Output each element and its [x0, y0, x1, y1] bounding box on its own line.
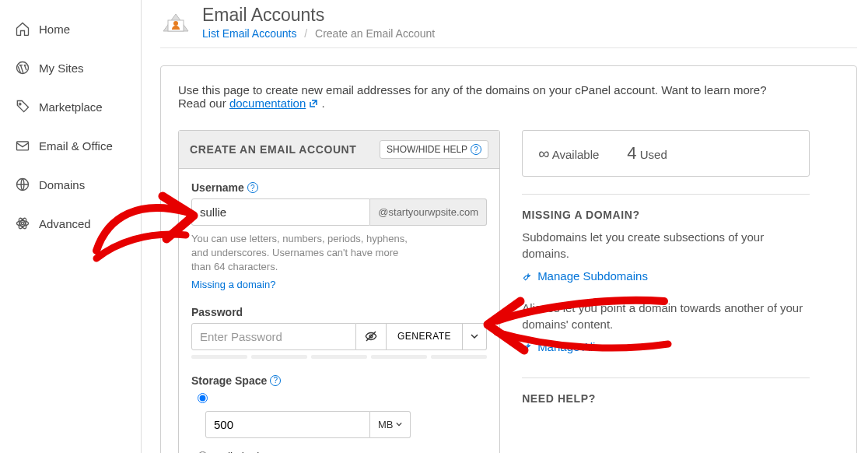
breadcrumb: List Email Accounts / Create an Email Ac…	[202, 27, 435, 40]
email-accounts-icon	[160, 6, 191, 37]
sidebar: Home My Sites Marketplace Email & Office…	[0, 0, 142, 453]
help-toggle-label: SHOW/HIDE HELP	[387, 144, 467, 155]
manage-aliases-link[interactable]: Manage Aliases	[522, 340, 620, 353]
caret-down-icon	[396, 421, 402, 427]
help-icon[interactable]: ?	[247, 182, 258, 193]
password-strength	[191, 355, 487, 359]
intro-text: Use this page to create new email addres…	[178, 83, 785, 110]
help-icon: ?	[471, 144, 481, 155]
help-icon[interactable]: ?	[270, 375, 281, 386]
storage-unit-label: MB	[378, 419, 394, 430]
main-content: Email Accounts List Email Accounts / Cre…	[142, 0, 868, 453]
card-title: CREATE AN EMAIL ACCOUNT	[190, 143, 356, 156]
breadcrumb-current: Create an Email Account	[315, 27, 435, 40]
sidebar-item-label: Advanced	[39, 217, 91, 230]
manage-subdomains-link[interactable]: Manage Subdomains	[522, 269, 648, 283]
sidebar-item-domains[interactable]: Domains	[0, 165, 141, 204]
generate-button[interactable]: GENERATE	[387, 323, 463, 350]
storage-unit-select[interactable]: MB	[370, 411, 411, 438]
infinity-icon: ∞	[538, 145, 549, 162]
storage-fixed-radio[interactable]	[198, 393, 208, 403]
sidebar-item-marketplace[interactable]: Marketplace	[0, 87, 141, 126]
username-help: You can use letters, numbers, periods, h…	[191, 232, 409, 275]
external-link-icon	[309, 97, 318, 107]
alias-help: Aliases let you point a domain towards a…	[522, 300, 810, 332]
sidebar-item-mysites[interactable]: My Sites	[0, 48, 141, 87]
used-count: 4	[627, 143, 636, 163]
username-input[interactable]	[191, 198, 370, 226]
svg-point-4	[21, 222, 23, 224]
svg-point-1	[19, 103, 21, 105]
intro-post: .	[318, 97, 324, 110]
page-title: Email Accounts	[202, 5, 435, 26]
show-hide-help-button[interactable]: SHOW/HIDE HELP ?	[380, 140, 488, 159]
breadcrumb-sep: /	[304, 27, 307, 40]
missing-domain-link[interactable]: Missing a domain?	[191, 279, 275, 290]
used-label: Used	[640, 148, 667, 161]
breadcrumb-list-link[interactable]: List Email Accounts	[202, 27, 296, 40]
home-icon	[14, 20, 31, 37]
stats-box: ∞ Available 4 Used	[522, 130, 810, 177]
documentation-link[interactable]: documentation	[229, 97, 306, 110]
wordpress-icon	[14, 59, 31, 76]
password-input[interactable]	[191, 323, 356, 350]
need-help-heading: NEED HELP?	[522, 378, 810, 405]
mail-icon	[14, 137, 31, 154]
wrench-icon	[522, 271, 533, 282]
svg-point-9	[173, 21, 178, 26]
generate-dropdown-button[interactable]	[463, 323, 487, 350]
page-header: Email Accounts List Email Accounts / Cre…	[160, 0, 857, 48]
tag-icon	[14, 98, 31, 115]
atom-icon	[14, 215, 31, 232]
svg-point-5	[17, 221, 29, 226]
manage-aliases-label: Manage Aliases	[537, 340, 620, 353]
domain-addon[interactable]: @startyourwpsite.com	[370, 198, 487, 226]
toggle-visibility-button[interactable]	[356, 323, 387, 350]
globe-icon	[14, 176, 31, 193]
sidebar-item-home[interactable]: Home	[0, 9, 141, 48]
sidebar-item-email[interactable]: Email & Office	[0, 126, 141, 165]
sidebar-item-label: Domains	[39, 178, 85, 191]
panel: Use this page to create new email addres…	[160, 65, 857, 453]
sidebar-item-label: Email & Office	[39, 139, 113, 153]
manage-subdomains-label: Manage Subdomains	[537, 269, 648, 283]
sidebar-item-label: Marketplace	[39, 100, 103, 114]
sidebar-item-advanced[interactable]: Advanced	[0, 204, 141, 243]
storage-value-input[interactable]	[205, 411, 370, 438]
sidebar-item-label: Home	[39, 23, 70, 36]
available-label: Available	[552, 148, 600, 161]
wrench-icon	[522, 341, 533, 352]
password-label: Password	[191, 306, 243, 318]
eye-slash-icon	[364, 329, 378, 343]
subdomain-help: Subdomains let you create subsections of…	[522, 229, 810, 262]
missing-domain-heading: MISSING A DOMAIN?	[522, 194, 810, 221]
caret-down-icon	[471, 332, 478, 340]
svg-rect-2	[17, 142, 29, 150]
username-label: Username	[191, 181, 244, 194]
unlimited-label: Unlimited	[214, 451, 259, 453]
sidebar-item-label: My Sites	[39, 61, 84, 75]
create-account-card: CREATE AN EMAIL ACCOUNT SHOW/HIDE HELP ?…	[178, 130, 500, 453]
storage-label: Storage Space	[191, 374, 267, 387]
